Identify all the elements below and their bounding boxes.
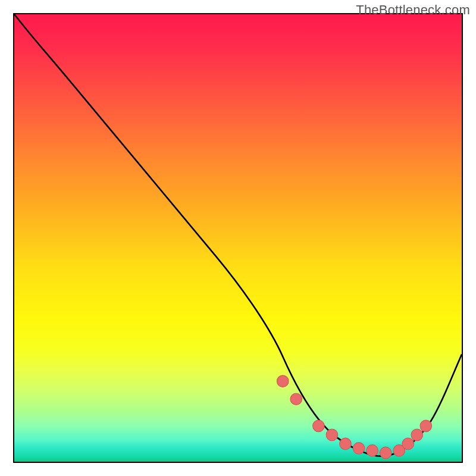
marker-point [353,443,365,455]
marker-point [411,429,423,441]
chart-frame: TheBottleneck.com [0,0,476,476]
marker-point [326,429,338,441]
marker-point [393,444,405,456]
marker-point [380,447,392,459]
marker-points [277,375,431,459]
bottleneck-curve-path [14,14,462,456]
marker-point [277,375,289,387]
marker-point [290,393,302,405]
marker-point [402,438,414,450]
chart-svg [14,14,462,462]
marker-point [313,420,325,432]
marker-point [340,438,352,450]
marker-point [420,420,432,432]
marker-point [367,444,378,456]
plot-area [13,13,463,463]
